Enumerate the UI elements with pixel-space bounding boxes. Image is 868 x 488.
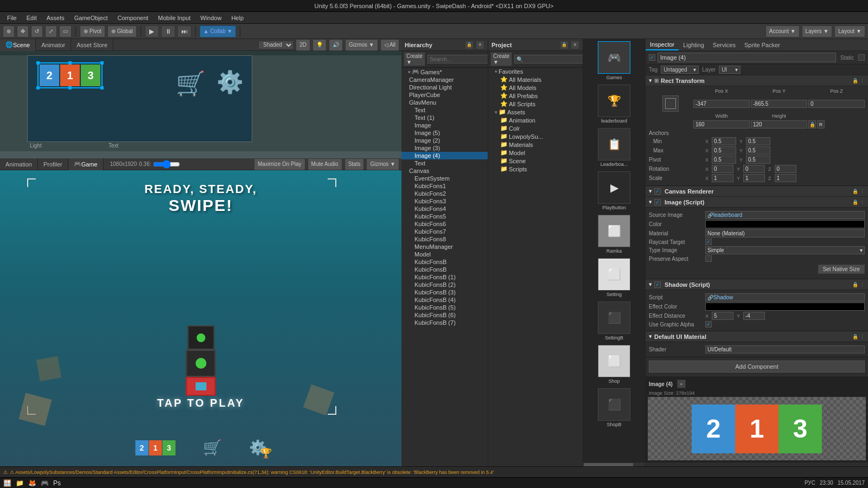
hierarchy-item[interactable]: GlavMenu: [401, 99, 488, 106]
asset-thumb-item[interactable]: 🎮 Games: [583, 39, 645, 82]
handle-tm[interactable]: [68, 61, 72, 65]
scrollbar-thumb[interactable]: [584, 463, 633, 466]
rot-z[interactable]: 0: [775, 165, 796, 173]
assets-root[interactable]: ▾ 📁 Assets: [488, 108, 583, 116]
account-button[interactable]: Account ▼: [765, 25, 800, 37]
toolbar-transform-tool[interactable]: ⊕: [3, 25, 15, 37]
image-enabled-cb[interactable]: ✓: [654, 199, 661, 206]
toolbar-rect-tool[interactable]: ▭: [59, 25, 72, 37]
shading-dropdown[interactable]: Shaded: [258, 41, 293, 49]
material-val[interactable]: None (Material): [705, 229, 865, 237]
toolbar-rotate-tool[interactable]: ↺: [31, 25, 43, 37]
fav-all-models[interactable]: ⭐ All Models: [488, 84, 583, 92]
menu-gameobject[interactable]: GameObject: [70, 14, 112, 22]
shadow-lock-btn[interactable]: 🔒: [852, 282, 858, 287]
pos-x-val[interactable]: -347: [693, 100, 750, 108]
menu-component[interactable]: Component: [113, 14, 152, 22]
image-menu-btn[interactable]: ⋮: [860, 200, 865, 205]
fav-all-prefabs[interactable]: ⭐ All Prefabs: [488, 92, 583, 100]
hierarchy-item[interactable]: KubicFonsB: [401, 266, 488, 273]
hierarchy-item[interactable]: KubicFons7: [401, 228, 488, 235]
scene-audio-btn[interactable]: 🔊: [329, 39, 343, 51]
hierarchy-item[interactable]: KubicFons4: [401, 205, 488, 213]
asset-thumb-item[interactable]: ⬜ Ramka: [583, 213, 645, 256]
anchor-min-y[interactable]: 0.5: [746, 137, 770, 145]
default-ui-header[interactable]: ▾ Default UI Material 🔒 ⋮: [646, 331, 868, 342]
hierarchy-item[interactable]: KubicFonsB: [401, 258, 488, 266]
asset-thumb-item[interactable]: ⬛ SettingB: [583, 299, 645, 343]
step-button[interactable]: ⏭: [177, 25, 192, 37]
script-val[interactable]: 🔗 Shadow: [705, 293, 865, 301]
inspector-tab-sprite-packer[interactable]: Sprite Packer: [740, 39, 784, 50]
shader-val[interactable]: UI/Default: [705, 345, 865, 354]
raycast-checkbox[interactable]: ✓: [705, 239, 712, 245]
hierarchy-item[interactable]: Canvas: [401, 167, 488, 175]
hierarchy-item[interactable]: KubicFons8: [401, 235, 488, 243]
hierarchy-item[interactable]: Image (4): [401, 152, 488, 159]
source-image-val[interactable]: 🔗 leaderboard: [705, 211, 865, 219]
hierarchy-games-root[interactable]: ▾ 🎮 Games*: [401, 68, 488, 76]
scale-y[interactable]: 1: [743, 174, 765, 182]
project-lock-btn[interactable]: 🔒: [560, 41, 569, 49]
image-script-header[interactable]: ▾ ✓ Image (Script) 🔒 ⋮: [646, 197, 868, 208]
add-component-btn[interactable]: Add Component: [649, 361, 865, 373]
hierarchy-item[interactable]: Text: [401, 106, 488, 114]
image-lock-btn[interactable]: 🔒: [852, 200, 858, 205]
anchor-preset-btn[interactable]: [662, 95, 679, 112]
inspector-tab-lighting[interactable]: Lighting: [679, 39, 709, 50]
preserve-aspect-checkbox[interactable]: [705, 255, 712, 262]
toolbar-scale-tool[interactable]: ⤢: [45, 25, 57, 37]
asset-thumb-item[interactable]: ⬛ ShopB: [583, 386, 645, 429]
hierarchy-item[interactable]: KubicFonsB (7): [401, 319, 488, 326]
taskbar-folder-icon[interactable]: 📁: [16, 479, 24, 487]
handle-tr[interactable]: [100, 61, 104, 65]
rect-lock-btn[interactable]: 🔒: [852, 78, 858, 84]
hierarchy-item[interactable]: KubicFons1: [401, 182, 488, 190]
project-menu-btn[interactable]: ≡: [571, 41, 579, 49]
menu-window[interactable]: Window: [196, 14, 226, 22]
shadow-menu-btn[interactable]: ⋮: [860, 282, 865, 287]
pivot-button[interactable]: ⊕ Pivot: [80, 25, 105, 37]
assets-item-materials[interactable]: 📁 Materials: [488, 140, 583, 149]
menu-mobile-input[interactable]: Mobile Input: [154, 14, 195, 22]
menu-help[interactable]: Help: [227, 14, 248, 22]
layer-dropdown[interactable]: UI ▾: [719, 66, 741, 74]
wh-lock-btn[interactable]: 🔒: [808, 120, 816, 129]
play-button[interactable]: ▶: [145, 25, 159, 37]
hierarchy-item[interactable]: KubicFons2: [401, 190, 488, 197]
static-checkbox[interactable]: [858, 54, 865, 61]
scene-light-btn[interactable]: 💡: [312, 39, 327, 51]
tab-profiler[interactable]: Profiler: [38, 158, 68, 170]
tab-game[interactable]: 🎮 Game: [68, 158, 104, 170]
hierarchy-item[interactable]: KubicFonsB (4): [401, 296, 488, 304]
object-name-input[interactable]: [658, 53, 836, 62]
asset-thumb-item[interactable]: 🏆 leaderboard: [583, 82, 645, 126]
canvas-lock-btn[interactable]: 🔒: [852, 189, 858, 194]
fav-all-materials[interactable]: ⭐ All Materials: [488, 75, 583, 84]
hierarchy-item[interactable]: KubicFonsB (1): [401, 273, 488, 281]
game-gizmos-btn[interactable]: Gizmos ▼: [366, 158, 399, 170]
effect-color-swatch[interactable]: [705, 303, 865, 311]
rot-x[interactable]: 0: [712, 165, 733, 173]
assets-item-model[interactable]: 📁 Model: [488, 149, 583, 157]
anchor-max-x[interactable]: 0.5: [712, 146, 736, 155]
pos-z-val[interactable]: 0: [808, 100, 865, 108]
tab-scene[interactable]: 🌐 Scene: [0, 39, 36, 51]
hierarchy-item[interactable]: Model: [401, 251, 488, 258]
taskbar-start-icon[interactable]: 🪟: [3, 479, 11, 487]
ui-menu-btn[interactable]: ⋮: [860, 334, 865, 339]
handle-tl[interactable]: [36, 61, 40, 65]
hierarchy-item[interactable]: KubicFons6: [401, 220, 488, 228]
hierarchy-lock-btn[interactable]: 🔒: [465, 41, 474, 49]
global-button[interactable]: ⊕ Global: [107, 25, 137, 37]
asset-scrollbar[interactable]: [583, 462, 645, 466]
shadow-enabled-cb[interactable]: ✓: [654, 281, 661, 288]
hierarchy-item[interactable]: Text: [401, 159, 488, 167]
hierarchy-item[interactable]: CameraManager: [401, 76, 488, 84]
anchor-max-y[interactable]: 0.5: [746, 146, 770, 155]
maximize-on-play-btn[interactable]: Maximize On Play: [254, 158, 305, 170]
taskbar-unity-icon[interactable]: 🎮: [41, 479, 49, 487]
assets-item-animation[interactable]: 📁 Animation: [488, 116, 583, 124]
pivot-y[interactable]: 0.5: [746, 156, 770, 164]
wh-r-btn[interactable]: R: [817, 120, 825, 129]
